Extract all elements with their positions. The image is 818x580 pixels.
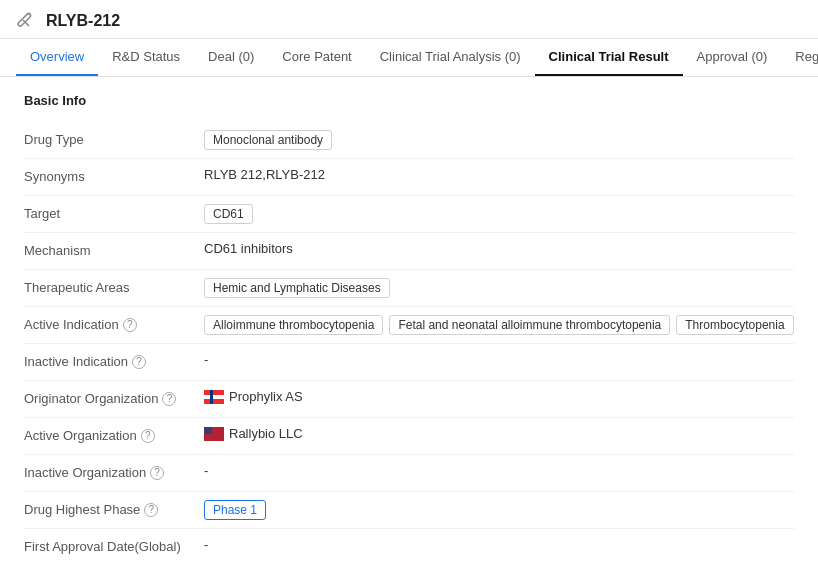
tab-overview[interactable]: Overview	[16, 39, 98, 76]
tag-indication-3: Thrombocytopenia	[676, 315, 793, 335]
help-icon-inactive-indication[interactable]: ?	[132, 355, 146, 369]
value-target: CD61	[204, 204, 794, 224]
row-active-org: Active Organization ? Rallybio LLC	[24, 418, 794, 454]
row-inactive-indication: Inactive Indication ? -	[24, 344, 794, 380]
label-first-approval-date: First Approval Date(Global)	[24, 537, 204, 554]
value-inactive-indication: -	[204, 352, 794, 367]
label-active-indication: Active Indication ?	[24, 315, 204, 332]
label-inactive-org: Inactive Organization ?	[24, 463, 204, 480]
tab-clinical-trial-result[interactable]: Clinical Trial Result	[535, 39, 683, 76]
tag-indication-1: Alloimmune thrombocytopenia	[204, 315, 383, 335]
svg-rect-0	[17, 13, 31, 27]
value-therapeutic-areas: Hemic and Lymphatic Diseases	[204, 278, 794, 298]
value-drug-type: Monoclonal antibody	[204, 130, 794, 150]
help-icon-drug-highest-phase[interactable]: ?	[144, 503, 158, 517]
label-target: Target	[24, 204, 204, 221]
drug-icon	[16, 10, 38, 32]
help-icon-active-org[interactable]: ?	[141, 429, 155, 443]
row-synonyms: Synonyms RLYB 212,RLYB-212	[24, 159, 794, 195]
org-tag-rallybio: Rallybio LLC	[204, 426, 303, 441]
tag-phase: Phase 1	[204, 500, 266, 520]
help-icon-originator-org[interactable]: ?	[162, 392, 176, 406]
label-drug-highest-phase: Drug Highest Phase ?	[24, 500, 204, 517]
tab-deal[interactable]: Deal (0)	[194, 39, 268, 76]
help-icon-active-indication[interactable]: ?	[123, 318, 137, 332]
value-synonyms: RLYB 212,RLYB-212	[204, 167, 794, 182]
tab-clinical-trial-analysis[interactable]: Clinical Trial Analysis (0)	[366, 39, 535, 76]
value-active-indication: Alloimmune thrombocytopenia Fetal and ne…	[204, 315, 794, 335]
tag-drug-type: Monoclonal antibody	[204, 130, 332, 150]
value-drug-highest-phase: Phase 1	[204, 500, 794, 520]
tag-indication-2: Fetal and neonatal alloimmune thrombocyt…	[389, 315, 670, 335]
label-therapeutic-areas: Therapeutic Areas	[24, 278, 204, 295]
label-synonyms: Synonyms	[24, 167, 204, 184]
row-drug-highest-phase: Drug Highest Phase ? Phase 1	[24, 492, 794, 528]
label-active-org: Active Organization ?	[24, 426, 204, 443]
tab-core-patent[interactable]: Core Patent	[268, 39, 365, 76]
org-tag-prophylix: Prophylix AS	[204, 389, 303, 404]
label-drug-type: Drug Type	[24, 130, 204, 147]
value-active-org: Rallybio LLC	[204, 426, 794, 441]
value-originator-org: Prophylix AS	[204, 389, 794, 404]
value-mechanism: CD61 inhibitors	[204, 241, 794, 256]
page-header: RLYB-212	[0, 0, 818, 39]
tab-bar: Overview R&D Status Deal (0) Core Patent…	[0, 39, 818, 77]
help-icon-inactive-org[interactable]: ?	[150, 466, 164, 480]
row-originator-org: Originator Organization ? Prophylix AS	[24, 381, 794, 417]
row-active-indication: Active Indication ? Alloimmune thrombocy…	[24, 307, 794, 343]
label-originator-org: Originator Organization ?	[24, 389, 204, 406]
row-mechanism: Mechanism CD61 inhibitors	[24, 233, 794, 269]
row-therapeutic-areas: Therapeutic Areas Hemic and Lymphatic Di…	[24, 270, 794, 306]
tab-regulation[interactable]: Regulation (0)	[781, 39, 818, 76]
tab-rd-status[interactable]: R&D Status	[98, 39, 194, 76]
main-content: Basic Info Drug Type Monoclonal antibody…	[0, 77, 818, 580]
flag-norway	[204, 390, 224, 404]
row-inactive-org: Inactive Organization ? -	[24, 455, 794, 491]
row-first-approval-date: First Approval Date(Global) -	[24, 529, 794, 565]
row-target: Target CD61	[24, 196, 794, 232]
tag-target: CD61	[204, 204, 253, 224]
flag-us	[204, 427, 224, 441]
label-inactive-indication: Inactive Indication ?	[24, 352, 204, 369]
value-inactive-org: -	[204, 463, 794, 478]
row-drug-type: Drug Type Monoclonal antibody	[24, 122, 794, 158]
tag-therapeutic-areas: Hemic and Lymphatic Diseases	[204, 278, 390, 298]
page-title: RLYB-212	[46, 12, 120, 30]
value-first-approval-date: -	[204, 537, 794, 552]
section-title-basic-info: Basic Info	[24, 93, 794, 108]
tab-approval[interactable]: Approval (0)	[683, 39, 782, 76]
label-mechanism: Mechanism	[24, 241, 204, 258]
